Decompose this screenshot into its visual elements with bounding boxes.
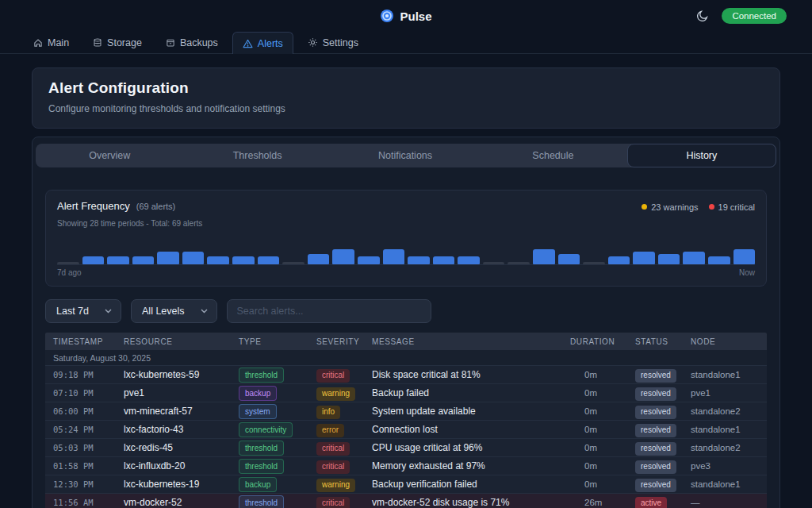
type-badge: threshold [239, 368, 284, 383]
column-header: STATUS [635, 337, 691, 346]
frequency-bar [182, 252, 205, 264]
cell-resource: vm-minecraft-57 [124, 406, 239, 417]
type-badge: threshold [239, 459, 284, 474]
severity-badge: error [316, 424, 344, 437]
cell-resource: lxc-influxdb-20 [124, 460, 239, 471]
frequency-bar [282, 262, 304, 264]
section-tabbar: OverviewThresholdsNotificationsScheduleH… [36, 144, 776, 167]
severity-badge: critical [316, 460, 350, 474]
nav-item-alerts[interactable]: Alerts [232, 32, 293, 54]
cell-duration: 0m [570, 425, 635, 434]
frequency-bars [57, 232, 755, 265]
app-header: Pulse Connected [0, 0, 812, 32]
frequency-bar [608, 256, 630, 264]
cell-resource: pve1 [124, 387, 239, 398]
nav-item-storage[interactable]: Storage [83, 32, 151, 53]
nav-item-backups[interactable]: Backups [156, 32, 228, 53]
column-header: RESOURCE [124, 337, 239, 346]
nav-item-settings[interactable]: Settings [298, 32, 368, 53]
cell-severity: critical [316, 458, 372, 474]
type-badge: system [239, 404, 277, 419]
main-nav: MainStorageBackupsAlertsSettings [0, 32, 812, 54]
cell-message: Backup failed [372, 387, 570, 398]
tab-overview[interactable]: Overview [36, 144, 183, 167]
chevron-down-icon [105, 309, 112, 314]
tab-notifications[interactable]: Notifications [331, 144, 479, 167]
level-select[interactable]: All Levels [131, 299, 217, 323]
frequency-count: (69 alerts) [136, 202, 176, 211]
type-badge: threshold [239, 441, 284, 456]
theme-toggle-moon-icon[interactable] [696, 10, 709, 22]
frequency-bar [658, 254, 680, 264]
frequency-bar [458, 256, 480, 264]
table-row[interactable]: 11:56 AMvm-docker-52thresholdcriticalvm-… [45, 494, 767, 508]
tab-schedule[interactable]: Schedule [479, 144, 626, 167]
frequency-bar [82, 256, 105, 264]
frequency-bar [232, 256, 255, 264]
table-body: 09:18 PMlxc-kubernetes-59thresholdcritic… [45, 366, 767, 508]
column-header: NODE [691, 337, 767, 346]
cell-status: resolved [635, 385, 691, 401]
status-badge: resolved [635, 424, 676, 437]
connection-status-badge: Connected [722, 8, 787, 24]
cell-node: standalone2 [691, 443, 767, 452]
severity-badge: critical [316, 369, 350, 383]
frequency-bar [558, 254, 580, 264]
cell-node: pve3 [691, 461, 767, 471]
table-row[interactable]: 12:30 PMlxc-kubernetes-19backupwarningBa… [45, 475, 767, 494]
app-logo: Pulse [380, 9, 431, 23]
cell-node: standalone1 [691, 479, 767, 489]
nav-item-label: Alerts [258, 38, 283, 49]
cell-timestamp: 09:18 PM [53, 370, 124, 379]
home-icon [33, 38, 43, 48]
search-input[interactable] [227, 299, 431, 323]
type-badge: threshold [239, 495, 284, 508]
frequency-bar [258, 256, 280, 264]
tab-thresholds[interactable]: Thresholds [183, 144, 331, 167]
column-header: SEVERITY [316, 337, 372, 346]
cell-status: active [635, 495, 691, 508]
table-row[interactable]: 05:03 PMlxc-redis-45thresholdcriticalCPU… [45, 439, 767, 457]
cell-duration: 0m [570, 461, 635, 471]
table-row[interactable]: 07:10 PMpve1backupwarningBackup failed0m… [45, 384, 767, 402]
legend-label: 23 warnings [651, 202, 698, 212]
cell-status: resolved [635, 440, 691, 456]
cell-severity: warning [316, 476, 372, 492]
frequency-bar [132, 256, 155, 264]
legend-item: 23 warnings [642, 202, 698, 212]
alerts-table: TIMESTAMPRESOURCETYPESEVERITYMESSAGEDURA… [45, 333, 767, 508]
chevron-down-icon [201, 309, 208, 314]
cell-status: resolved [635, 458, 691, 474]
frequency-bar [583, 262, 605, 264]
table-row[interactable]: 06:00 PMvm-minecraft-57systeminfoSystem … [45, 402, 767, 421]
time-range-select[interactable]: Last 7d [45, 299, 121, 323]
cell-message: vm-docker-52 disk usage is 71% [372, 497, 570, 508]
cell-duration: 0m [570, 479, 635, 489]
status-badge: resolved [635, 387, 676, 401]
cell-timestamp: 05:24 PM [53, 425, 124, 434]
level-value: All Levels [142, 306, 185, 317]
cell-type: threshold [239, 367, 316, 383]
cell-duration: 0m [570, 370, 635, 379]
column-header: TYPE [239, 337, 316, 346]
table-row[interactable]: 01:58 PMlxc-influxdb-20thresholdcritical… [45, 457, 767, 475]
cell-timestamp: 07:10 PM [53, 388, 124, 398]
frequency-bar [483, 262, 505, 264]
cell-resource: lxc-factorio-43 [124, 424, 239, 435]
cell-resource: vm-docker-52 [124, 497, 239, 508]
cell-message: Backup verification failed [372, 479, 570, 490]
cell-status: resolved [635, 403, 691, 419]
nav-item-label: Main [48, 37, 69, 48]
status-badge: active [635, 497, 667, 508]
table-row[interactable]: 05:24 PMlxc-factorio-43connectivityerror… [45, 421, 767, 439]
frequency-legend: 23 warnings19 critical [642, 202, 755, 212]
nav-item-main[interactable]: Main [24, 32, 79, 53]
tab-history[interactable]: History [627, 144, 776, 167]
axis-label-end: Now [739, 268, 755, 277]
table-row[interactable]: 09:18 PMlxc-kubernetes-59thresholdcritic… [45, 366, 767, 384]
legend-label: 19 critical [718, 202, 755, 212]
column-header: TIMESTAMP [53, 337, 124, 346]
table-header-row: TIMESTAMPRESOURCETYPESEVERITYMESSAGEDURA… [45, 333, 767, 350]
status-badge: resolved [635, 479, 676, 492]
nav-item-label: Backups [180, 37, 218, 48]
